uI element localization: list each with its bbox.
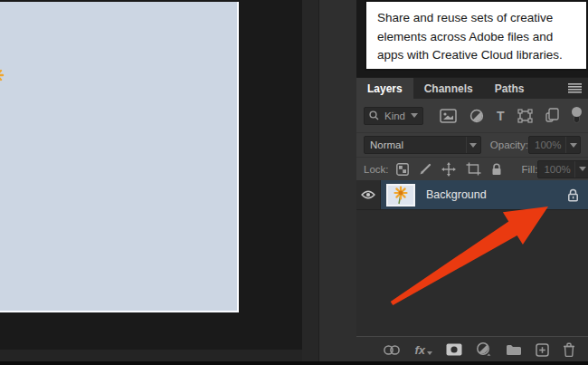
filter-toggle-pin[interactable]	[572, 107, 582, 124]
photoshop-window: Share and reuse sets of creative element…	[0, 0, 588, 365]
layer-filter-row: Kind T	[356, 99, 588, 133]
document-canvas[interactable]	[0, 2, 239, 312]
lock-row: Lock:	[356, 158, 588, 180]
opacity-dropdown[interactable]: 100%	[528, 136, 581, 154]
new-layer-button[interactable]	[536, 343, 549, 357]
blend-mode-row: Normal Opacity: 100%	[356, 133, 588, 158]
layer-mask-icon	[446, 343, 462, 356]
tab-channels[interactable]: Channels	[413, 78, 484, 99]
panel-dock-gutter	[302, 0, 318, 361]
new-layer-icon	[536, 343, 549, 357]
layer-thumbnail[interactable]	[386, 184, 415, 207]
lock-artboard-icon[interactable]	[466, 162, 481, 176]
canvas-work-area	[0, 0, 302, 365]
chevron-down-icon	[570, 143, 577, 148]
delete-layer-icon	[563, 342, 575, 357]
blend-mode-dropdown[interactable]: Normal	[364, 136, 481, 154]
layer-effects-button[interactable]: fx	[414, 343, 432, 357]
type-layers-filter-icon[interactable]: T	[497, 110, 505, 122]
flower-thumbnail-image	[391, 186, 411, 205]
layer-effects-icon: fx	[414, 343, 425, 357]
lock-position-icon[interactable]	[441, 162, 456, 177]
lock-transparent-pixels-icon[interactable]	[396, 163, 409, 176]
lock-label: Lock:	[364, 164, 389, 175]
chevron-down-icon	[469, 143, 477, 148]
layer-visibility-toggle[interactable]	[356, 180, 381, 209]
callout-text: Share and reuse sets of creative element…	[377, 11, 563, 62]
panel-tab-bar: Layers Channels Paths	[356, 77, 588, 99]
chevron-down-icon	[579, 167, 586, 171]
layers-panel-controls: Kind T	[356, 99, 588, 180]
add-layer-mask-button[interactable]	[446, 343, 462, 356]
tab-layers[interactable]: Layers	[356, 78, 413, 99]
selected-layer-row[interactable]: Background	[381, 180, 588, 209]
lock-all-icon[interactable]	[491, 163, 502, 176]
flower-image-fragment	[0, 65, 9, 89]
layers-panel: Layers Channels Paths Kind	[356, 77, 588, 361]
fill-value: 100%	[538, 164, 574, 175]
layer-name: Background	[426, 188, 487, 201]
shape-layers-filter-icon[interactable]	[517, 109, 533, 123]
panel-dock-edge[interactable]	[318, 0, 356, 361]
pixel-layers-filter-icon[interactable]	[440, 109, 457, 123]
fill-label: Fill:	[522, 164, 538, 175]
filter-kind-dropdown[interactable]: Kind	[364, 107, 423, 125]
search-icon	[369, 110, 379, 120]
fill-dropdown[interactable]: 100%	[537, 160, 588, 178]
tab-paths[interactable]: Paths	[484, 78, 536, 99]
smart-objects-filter-icon[interactable]	[545, 108, 559, 123]
window-bottom-edge	[0, 361, 588, 365]
new-adjustment-layer-button[interactable]	[476, 342, 492, 357]
lock-image-pixels-icon[interactable]	[419, 163, 432, 176]
eye-icon	[361, 190, 375, 199]
delete-layer-button[interactable]	[563, 342, 575, 357]
chevron-down-icon	[411, 113, 418, 118]
new-group-button[interactable]	[506, 343, 522, 356]
chevron-down-icon	[427, 351, 432, 355]
adjustment-layer-icon	[476, 342, 492, 357]
opacity-value: 100%	[529, 139, 565, 150]
opacity-label: Opacity:	[490, 139, 528, 150]
link-layers-button[interactable]	[383, 344, 401, 356]
link-layers-icon	[383, 344, 401, 356]
new-group-icon	[506, 343, 522, 356]
background-layer-lock-icon[interactable]	[567, 188, 579, 202]
panel-menu-icon	[568, 83, 582, 93]
adjustment-layers-filter-icon[interactable]	[469, 109, 484, 123]
layer-list: Background	[356, 180, 588, 336]
filter-kind-value: Kind	[379, 110, 411, 121]
layer-row-background[interactable]: Background	[356, 180, 588, 210]
document-status-bar	[0, 350, 302, 362]
blend-mode-value: Normal	[365, 139, 466, 150]
tooltip-callout: Share and reuse sets of creative element…	[365, 0, 588, 71]
layers-panel-footer: fx	[356, 336, 588, 362]
panel-menu-button[interactable]	[568, 78, 588, 99]
